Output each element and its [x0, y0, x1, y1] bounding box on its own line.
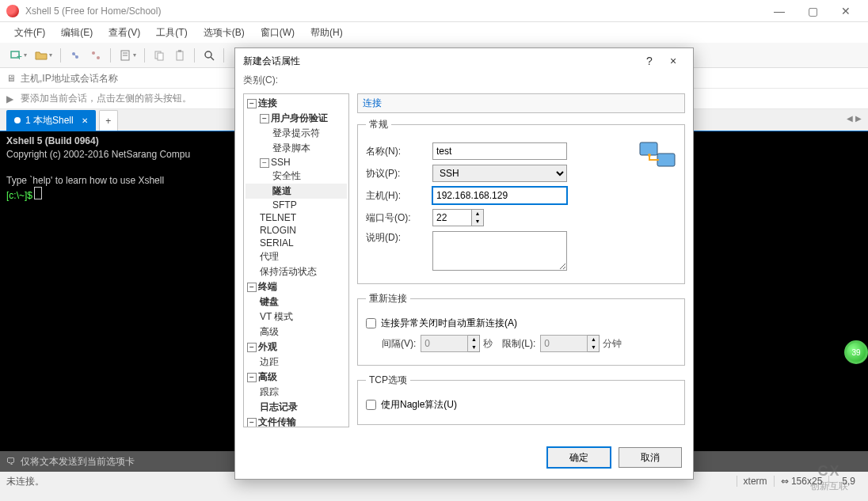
- menu-tools[interactable]: 工具(T): [150, 24, 193, 42]
- tree-appearance[interactable]: −外观: [246, 340, 347, 355]
- auto-reconnect-label: 连接异常关闭时自动重新连接(A): [381, 317, 517, 330]
- copy-button[interactable]: [150, 46, 169, 65]
- menu-window[interactable]: 窗口(W): [254, 24, 301, 42]
- form-panel: 连接 常规 名称(N): 协议(P): SSH 主机(H: [349, 93, 685, 433]
- ok-button[interactable]: 确定: [547, 447, 611, 468]
- interval-input[interactable]: [421, 335, 468, 352]
- desc-label: 说明(D):: [366, 231, 432, 245]
- tree-logging[interactable]: 日志记录: [246, 400, 347, 415]
- desc-input[interactable]: [432, 231, 567, 271]
- tree-advanced2[interactable]: −高级: [246, 370, 347, 385]
- svg-point-14: [205, 51, 211, 58]
- tab-status-icon: [14, 117, 21, 123]
- maximize-button[interactable]: ▢: [797, 2, 828, 21]
- menu-tabs[interactable]: 选项卡(B): [197, 24, 251, 42]
- nagle-label: 使用Nagle算法(U): [381, 398, 457, 412]
- name-label: 名称(N):: [366, 145, 432, 158]
- host-input[interactable]: [432, 187, 567, 204]
- notification-badge[interactable]: 39: [844, 340, 868, 364]
- paste-button[interactable]: [170, 46, 189, 65]
- menu-edit[interactable]: 编辑(E): [55, 24, 99, 42]
- minimize-button[interactable]: —: [763, 2, 795, 21]
- svg-rect-17: [657, 154, 675, 166]
- tree-proxy[interactable]: 代理: [246, 249, 347, 264]
- tree-vtmode[interactable]: VT 模式: [246, 309, 347, 325]
- tree-loginscript[interactable]: 登录脚本: [246, 141, 347, 156]
- connection-icon: [638, 138, 676, 171]
- interval-unit: 秒: [483, 337, 493, 351]
- tree-trace[interactable]: 跟踪: [246, 385, 347, 400]
- limit-unit: 分钟: [603, 337, 622, 351]
- port-spinner[interactable]: ▲▼: [472, 209, 484, 226]
- dialog-title: 新建会话属性: [243, 55, 638, 68]
- dialog-help-button[interactable]: ?: [638, 55, 661, 67]
- tree-filetransfer[interactable]: −文件传输: [246, 415, 347, 427]
- name-input[interactable]: [432, 142, 567, 160]
- tree-sftp[interactable]: SFTP: [246, 199, 347, 211]
- tree-tunnel[interactable]: 隧道: [246, 184, 347, 199]
- protocol-select[interactable]: SSH: [432, 165, 567, 182]
- svg-rect-12: [177, 51, 183, 60]
- watermark-logo: CX 创新互联: [794, 458, 865, 498]
- tree-keyboard[interactable]: 键盘: [246, 294, 347, 309]
- tree-serial[interactable]: SERIAL: [246, 237, 347, 249]
- tab-add-button[interactable]: +: [99, 110, 118, 131]
- tree-margin[interactable]: 边距: [246, 355, 347, 370]
- dialog-close-button[interactable]: ×: [661, 55, 685, 67]
- window-title: Xshell 5 (Free for Home/School): [25, 6, 763, 17]
- svg-point-18: [648, 154, 651, 157]
- menu-view[interactable]: 查看(V): [102, 24, 147, 42]
- terminal-prompt: [c:\~]$: [6, 190, 35, 201]
- tcp-group: TCP选项 使用Nagle算法(U): [357, 374, 685, 425]
- limit-input[interactable]: [540, 335, 588, 352]
- nagle-checkbox[interactable]: [366, 400, 376, 410]
- tab-overflow-icon[interactable]: ◀ ▶: [847, 114, 862, 123]
- interval-spinner[interactable]: ▲▼: [468, 335, 480, 352]
- app-icon: [6, 5, 19, 17]
- hint-text: 要添加当前会话，点击左侧的箭头按钮。: [21, 92, 192, 105]
- menu-help[interactable]: 帮助(H): [304, 24, 349, 42]
- tree-telnet[interactable]: TELNET: [246, 211, 347, 224]
- terminal-line: Type `help' to learn how to use Xshell: [6, 175, 164, 186]
- tree-rlogin[interactable]: RLOGIN: [246, 224, 347, 237]
- general-legend: 常规: [366, 118, 391, 131]
- tcp-legend: TCP选项: [366, 374, 410, 387]
- reconnect-button[interactable]: [66, 46, 85, 65]
- limit-spinner[interactable]: ▲▼: [588, 335, 600, 352]
- open-session-button[interactable]: ▾: [32, 46, 55, 65]
- tree-advanced[interactable]: 高级: [246, 325, 347, 340]
- cancel-button[interactable]: 取消: [619, 447, 682, 468]
- tree-auth[interactable]: −用户身份验证: [246, 111, 347, 126]
- port-input[interactable]: [432, 209, 472, 226]
- category-tree[interactable]: −连接 −用户身份验证 登录提示符 登录脚本 −SSH 安全性 隧道 SFTP …: [243, 93, 349, 427]
- tree-ssh[interactable]: −SSH: [246, 156, 347, 169]
- find-button[interactable]: [200, 46, 219, 65]
- disconnect-button[interactable]: [86, 46, 105, 65]
- tree-keepalive[interactable]: 保持活动状态: [246, 264, 347, 279]
- properties-button[interactable]: ▾: [116, 46, 139, 65]
- session-properties-dialog: 新建会话属性 ? × 类别(C): −连接 −用户身份验证 登录提示符 登录脚本…: [234, 47, 694, 480]
- tree-loginprompt[interactable]: 登录提示符: [246, 126, 347, 141]
- svg-rect-16: [640, 142, 657, 155]
- tree-connection[interactable]: −连接: [246, 96, 347, 111]
- category-label: 类别(C):: [235, 74, 693, 90]
- tree-terminal[interactable]: −终端: [246, 279, 347, 294]
- tab-local-shell[interactable]: 1 本地Shell ✕: [6, 110, 96, 131]
- host-label: 主机(H):: [366, 189, 432, 203]
- tree-security[interactable]: 安全性: [246, 169, 347, 184]
- svg-rect-11: [158, 53, 163, 60]
- tab-close-icon[interactable]: ✕: [82, 116, 88, 125]
- reconnect-group: 重新连接 连接异常关闭时自动重新连接(A) 间隔(V): ▲▼ 秒 限制(L):…: [357, 292, 685, 366]
- svg-rect-13: [178, 50, 181, 52]
- status-term: xterm: [737, 476, 774, 487]
- auto-reconnect-checkbox[interactable]: [366, 318, 376, 328]
- send-bar-text: 仅将文本发送到当前选项卡: [21, 455, 135, 469]
- svg-point-6: [97, 56, 100, 59]
- close-button[interactable]: ✕: [830, 2, 862, 21]
- new-session-button[interactable]: +▾: [6, 46, 30, 65]
- menubar: 文件(F) 编辑(E) 查看(V) 工具(T) 选项卡(B) 窗口(W) 帮助(…: [0, 22, 868, 43]
- host-icon: 🖥: [6, 73, 21, 84]
- menu-file[interactable]: 文件(F): [8, 24, 51, 42]
- tab-label: 1 本地Shell: [25, 114, 74, 127]
- reconnect-legend: 重新连接: [366, 292, 410, 306]
